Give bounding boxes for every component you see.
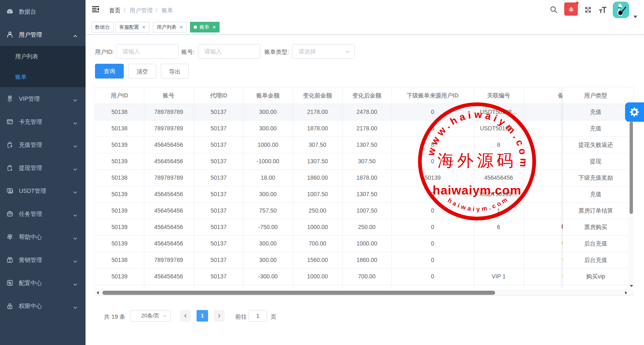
svg-text:海外源码: 海外源码 <box>438 151 517 170</box>
svg-text:haiwaiym.com: haiwaiym.com <box>447 195 510 213</box>
svg-text:haiwaiym.com: haiwaiym.com <box>433 183 521 197</box>
